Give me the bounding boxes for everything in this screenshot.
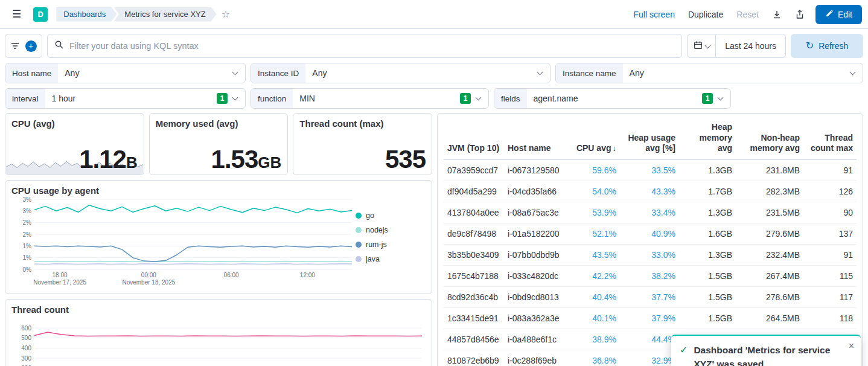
table-cell: 231.5MB bbox=[736, 202, 803, 223]
control-instance-name[interactable]: Instance name Any bbox=[555, 63, 863, 83]
control-interval[interactable]: interval 1 hour 1 bbox=[5, 88, 246, 109]
chevron-down-icon bbox=[704, 42, 710, 48]
table-cell: 279.6MB bbox=[736, 223, 803, 244]
favorite-star-icon[interactable]: ☆ bbox=[222, 8, 230, 20]
table-row: 8cd92d36c4bi-0bd9cd801340.4%37.7%1.5GB27… bbox=[444, 286, 857, 307]
table-header-row: JVM (Top 10) Host name CPU avg↓ Heap usa… bbox=[444, 117, 857, 159]
table-cell: 1.5GB bbox=[679, 307, 736, 329]
control-label: interval bbox=[5, 89, 45, 108]
table-cell: i-0c288f69eb bbox=[504, 350, 572, 366]
control-host-name[interactable]: Host name Any bbox=[5, 63, 246, 83]
legend-label: go bbox=[366, 211, 374, 220]
control-function[interactable]: function MIN 1 bbox=[251, 88, 489, 109]
table-cell: 44.4% bbox=[620, 329, 679, 350]
table-cell: 90 bbox=[803, 202, 857, 223]
col-header-host-name[interactable]: Host name bbox=[504, 117, 572, 159]
toast-message: Dashboard 'Metrics for service XYZ' was … bbox=[694, 344, 843, 366]
table-cell: 278.6MB bbox=[736, 286, 803, 307]
table-cell: 44857d8456e bbox=[444, 329, 504, 350]
table-cell: 53.9% bbox=[572, 202, 620, 223]
metric-panels-row: CPU (avg) 1.12B Memory used (avg) 1.53GB… bbox=[5, 113, 432, 175]
table-row: df904d5a299i-04cd35fa6654.0%43.3%1.7GB28… bbox=[444, 181, 857, 202]
legend-label: rum-js bbox=[366, 240, 387, 249]
check-icon: ✓ bbox=[680, 344, 688, 366]
full-screen-button[interactable]: Full screen bbox=[633, 10, 674, 19]
calendar-dropdown-button[interactable] bbox=[687, 34, 716, 58]
metric-unit: GB bbox=[258, 153, 281, 172]
refresh-icon: ↻ bbox=[806, 41, 814, 51]
legend-item[interactable]: nodejs bbox=[356, 226, 422, 234]
pencil-icon bbox=[825, 9, 834, 19]
table-cell: 117 bbox=[803, 286, 857, 307]
table-cell: 1.5GB bbox=[679, 286, 736, 307]
sort-desc-icon: ↓ bbox=[613, 144, 617, 153]
search-input[interactable] bbox=[69, 41, 675, 51]
col-header-non-heap-memory-avg[interactable]: Non-heap memory avg bbox=[736, 117, 803, 159]
space-logo[interactable]: D bbox=[33, 7, 48, 22]
legend-item[interactable]: java bbox=[356, 255, 422, 263]
table-cell: 43.5% bbox=[572, 244, 620, 265]
close-icon[interactable]: × bbox=[849, 341, 854, 351]
legend-item[interactable]: rum-js bbox=[356, 240, 422, 249]
table-cell: 40.1% bbox=[572, 307, 620, 329]
table-cell: 1.3GB bbox=[679, 159, 736, 181]
table-cell: 91 bbox=[803, 244, 857, 265]
svg-text:November 17, 2025: November 17, 2025 bbox=[33, 279, 86, 286]
cpu-chart-legend: gonodejsrum-jsjava bbox=[356, 196, 422, 287]
control-value: 1 hour bbox=[45, 94, 83, 103]
metric-panel-memory-used: Memory used (avg) 1.53GB bbox=[149, 113, 289, 175]
table-cell: de9c8f78498 bbox=[444, 223, 504, 244]
menu-icon[interactable]: ☰ bbox=[8, 5, 25, 23]
col-header-jvm[interactable]: JVM (Top 10) bbox=[444, 117, 504, 159]
header-actions: Full screen Duplicate Reset bbox=[633, 10, 804, 19]
duplicate-button[interactable]: Duplicate bbox=[688, 10, 723, 19]
table-row: 4137804a0eei-08a675ac3e53.9%33.4%1.3GB23… bbox=[444, 202, 857, 223]
download-icon[interactable] bbox=[772, 10, 782, 19]
kql-search-box bbox=[47, 34, 682, 58]
col-header-heap-usage-avg[interactable]: Heap usage avg [%] bbox=[620, 117, 679, 159]
legend-dot bbox=[356, 256, 362, 262]
col-header-cpu-avg[interactable]: CPU avg↓ bbox=[572, 117, 620, 159]
table-cell: i-033c4820dc bbox=[504, 265, 572, 286]
control-value: Any bbox=[623, 68, 651, 78]
selection-count-badge: 1 bbox=[217, 93, 228, 104]
table-row: 1c33415de91i-083a362a3e40.1%37.9%1.5GB26… bbox=[444, 307, 857, 329]
table-cell: 38.2% bbox=[620, 265, 679, 286]
chart-title: Thread count bbox=[11, 304, 426, 315]
filter-icon[interactable] bbox=[10, 41, 20, 51]
chevron-down-icon bbox=[850, 69, 856, 75]
reset-button[interactable]: Reset bbox=[736, 10, 759, 19]
table-cell: 231.8MB bbox=[736, 159, 803, 181]
time-range-button[interactable]: Last 24 hours bbox=[716, 34, 786, 58]
jvm-top10-table: JVM (Top 10) Host name CPU avg↓ Heap usa… bbox=[444, 117, 857, 366]
jvm-table-panel: JVM (Top 10) Host name CPU avg↓ Heap usa… bbox=[437, 113, 863, 366]
chart-title: CPU usage by agent bbox=[11, 185, 426, 196]
table-cell: 1.7GB bbox=[679, 181, 736, 202]
table-cell: 810872eb6b9 bbox=[444, 350, 504, 366]
breadcrumb-current-dashboard[interactable]: Metrics for service XYZ bbox=[113, 7, 216, 22]
chevron-down-icon bbox=[718, 95, 724, 101]
svg-text:300: 300 bbox=[21, 355, 31, 362]
svg-text:1%: 1% bbox=[23, 243, 32, 249]
control-label: Host name bbox=[5, 63, 58, 83]
breadcrumb-dashboards[interactable]: Dashboards bbox=[56, 7, 116, 22]
table-cell: 1.6GB bbox=[679, 223, 736, 244]
refresh-button[interactable]: ↻ Refresh bbox=[791, 34, 863, 58]
metric-title: CPU (avg) bbox=[11, 118, 138, 129]
share-icon[interactable] bbox=[795, 10, 805, 19]
table-row: 07a3959ccd7i-067312958059.6%33.5%1.3GB23… bbox=[444, 159, 857, 181]
add-control-button[interactable]: + bbox=[25, 40, 37, 52]
legend-item[interactable]: go bbox=[356, 211, 422, 220]
date-picker-group: Last 24 hours bbox=[687, 34, 786, 58]
table-cell: 282.3MB bbox=[736, 181, 803, 202]
control-fields[interactable]: fields agent.name 1 bbox=[494, 88, 731, 109]
edit-button[interactable]: Edit bbox=[815, 5, 862, 24]
control-instance-id[interactable]: Instance ID Any bbox=[251, 63, 550, 83]
col-header-thread-count-max[interactable]: Thread count max bbox=[803, 117, 857, 159]
kibana-dashboard-page: ☰ D Dashboards Metrics for service XYZ ☆… bbox=[0, 0, 868, 366]
col-header-heap-memory-avg[interactable]: Heap memory avg bbox=[679, 117, 736, 159]
table-cell: 4137804a0ee bbox=[444, 202, 504, 223]
control-label: Instance name bbox=[556, 63, 623, 83]
cpu-usage-line-chart: 3%3%2%2%1%1%0%18:00November 17, 202500:0… bbox=[11, 196, 356, 287]
control-label: fields bbox=[494, 89, 527, 108]
